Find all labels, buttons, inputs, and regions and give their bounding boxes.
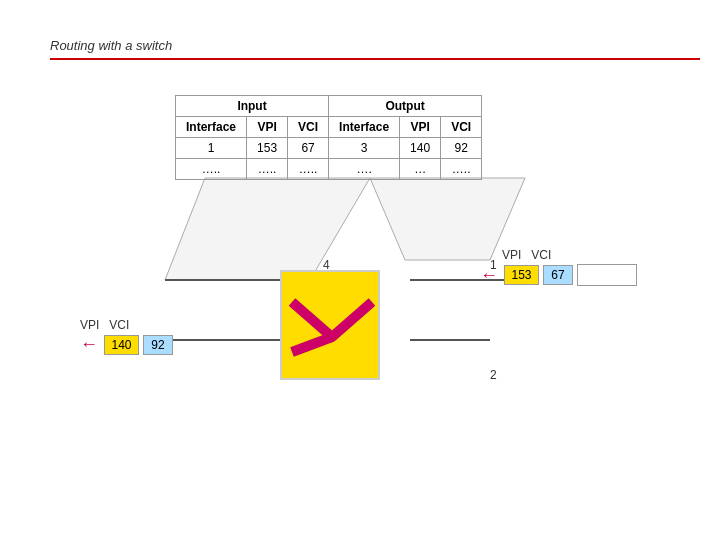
- col-vpi-out: VPI: [400, 117, 441, 138]
- arrow-right-icon: ←: [480, 265, 498, 286]
- table-row: 1 153 67 3 140 92: [176, 138, 482, 159]
- right-vpi-value: 153: [504, 265, 539, 285]
- right-vci-label: VCI: [531, 248, 551, 262]
- page-title: Routing with a switch: [50, 38, 172, 53]
- left-vci-value: 92: [143, 335, 173, 355]
- switch-diagram: 4 3 1 2 VPI VCI ← 140 92 VPI VCI: [80, 230, 660, 450]
- arrow-left-icon: ←: [80, 334, 98, 355]
- left-vpi-value: 140: [104, 335, 139, 355]
- vpi-vci-right-block: VPI VCI ← 153 67: [480, 248, 637, 286]
- col-interface-out: Interface: [329, 117, 400, 138]
- table-row-dots: ….. ….. ….. …. … …..: [176, 159, 482, 180]
- routing-table: Input Output Interface VPI VCI Interface…: [175, 95, 482, 180]
- label-output-2: 2: [490, 368, 497, 382]
- left-vci-label: VCI: [109, 318, 129, 332]
- vpi-vci-left-block: VPI VCI ← 140 92: [80, 318, 173, 355]
- col-vci-in: VCI: [288, 117, 329, 138]
- right-vpi-label: VPI: [502, 248, 521, 262]
- divider: [50, 58, 700, 60]
- right-vci-value: 67: [543, 265, 573, 285]
- col-interface-in: Interface: [176, 117, 247, 138]
- switch-box: [280, 270, 380, 380]
- output-header: Output: [329, 96, 482, 117]
- col-vci-out: VCI: [441, 117, 482, 138]
- left-vpi-label: VPI: [80, 318, 99, 332]
- input-header: Input: [176, 96, 329, 117]
- col-vpi-in: VPI: [247, 117, 288, 138]
